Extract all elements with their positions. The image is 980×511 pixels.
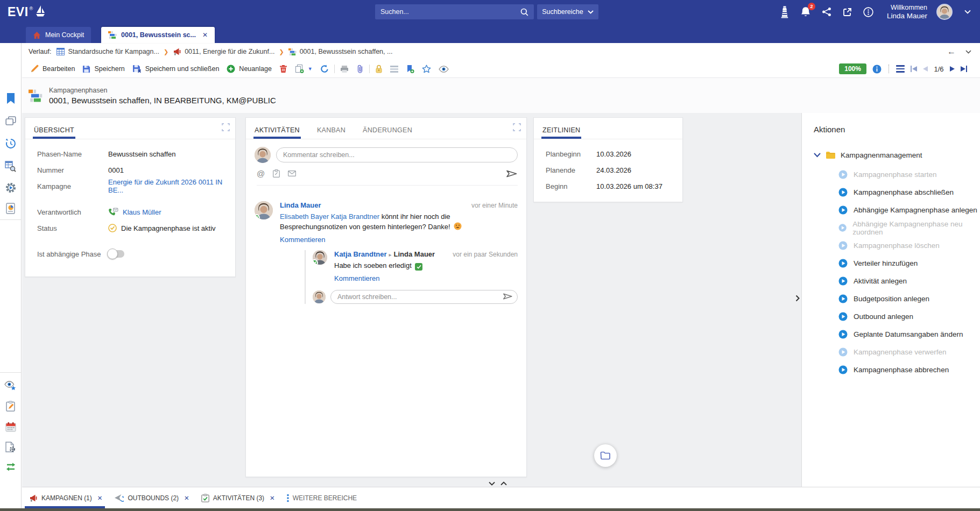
action-item[interactable]: Kampagnenphase abbrechen [802,361,980,379]
action-item[interactable]: Abhängige Kampagnenphase anlegen [802,201,980,219]
first-page-button[interactable] [911,66,918,72]
next-page-button[interactable] [950,66,955,72]
user-menu-chevron-icon[interactable] [962,5,974,18]
tab-zeitlinien[interactable]: ZEITLINIEN [541,126,581,139]
bottom-tab-outbounds[interactable]: OUTBOUNDS (2) ✕ [109,487,196,508]
reply-input[interactable] [330,290,518,304]
delete-button[interactable] [276,62,291,76]
bell-icon[interactable]: 2 [800,5,812,18]
sidebar-item-windows[interactable] [0,111,21,131]
lock-button[interactable] [371,62,386,76]
sidebar-item-sync[interactable] [0,457,21,477]
bottom-tab-aktivitaeten[interactable]: AKTIVITÄTEN (3) ✕ [196,487,282,508]
tab-mein-cockpit[interactable]: Mein Cockpit [26,27,91,43]
info-icon[interactable] [872,65,882,74]
save-button[interactable]: Speichern [79,62,128,76]
sidebar-item-history[interactable] [0,133,21,154]
mail-icon[interactable] [288,171,296,176]
lighthouse-icon[interactable] [779,5,791,18]
send-icon[interactable] [506,169,518,178]
sidebar-item-notes[interactable] [0,396,21,416]
tab-kanban[interactable]: KANBAN [316,126,347,139]
new-record-button[interactable]: Neuanlage [223,62,275,76]
sidebar-item-document-settings[interactable] [0,437,21,457]
action-item: Kampagnenphase starten [802,166,980,183]
breadcrumb-item-phase[interactable]: 0001, Bewusstsein schaffen, ... [288,48,393,56]
bottom-tab-kampagnen[interactable]: KAMPAGNEN (1) ✕ [24,487,109,508]
lock-icon [375,65,383,73]
sidebar-item-watchlist[interactable] [0,375,21,396]
tab-record-active[interactable]: 0001, Bewusstsein sc... ✕ [101,27,215,43]
edit-button[interactable]: Bearbeiten [26,62,79,76]
avatar [313,250,327,265]
open-in-new-icon[interactable] [842,5,854,18]
chevron-down-icon [814,153,821,158]
expand-bottom-chevron[interactable] [499,480,509,487]
tab-aktivitaeten[interactable]: AKTIVITÄTEN [253,126,301,139]
bookmark-add-button[interactable] [402,62,418,76]
action-item[interactable]: Geplante Datumsangaben ändern [802,325,980,343]
note-icon[interactable] [273,169,280,178]
tab-aenderungen[interactable]: ÄNDERUNGEN [362,126,413,139]
dashboard-folder-button[interactable] [594,444,617,467]
expand-panel-icon[interactable] [222,123,230,131]
mention-links[interactable]: Elisabeth Bayer Katja Brandtner [280,212,379,221]
list-button[interactable] [386,62,402,76]
close-tab-icon[interactable]: ✕ [184,494,189,502]
responsible-link[interactable]: Klaus Müller [123,208,161,216]
search-scope-button[interactable]: Suchbereiche [537,4,598,19]
action-item[interactable]: Aktivität anlegen [802,272,980,290]
previous-page-button[interactable] [923,66,928,72]
action-item[interactable]: Budgetposition anlegen [802,290,980,308]
close-tab-icon[interactable]: ✕ [270,494,275,502]
sidebar-item-calendar[interactable] [0,416,21,437]
campaign-link[interactable]: Energie für die Zukunft 2026 0011 IN BE.… [108,178,235,194]
search-icon[interactable] [520,8,528,16]
refresh-button[interactable] [316,62,333,76]
evi-logo[interactable]: EVI ® [8,5,45,19]
tab-uebersicht[interactable]: ÜBERSICHT [33,126,75,139]
nav-menu-chevron-icon[interactable] [965,50,971,54]
breadcrumb-item-search[interactable]: Standardsuche für Kampagn... [57,48,159,55]
collapse-bottom-chevron[interactable] [487,480,497,487]
send-icon[interactable] [503,293,513,300]
global-search [375,4,534,19]
expand-panel-icon[interactable] [513,123,521,131]
nav-back-icon[interactable]: ← [947,47,956,56]
kebab-circle-icon[interactable] [863,5,875,18]
close-tab-icon[interactable]: ✕ [202,31,208,39]
sidebar-item-search-data[interactable] [0,156,21,176]
attachment-button[interactable] [352,62,368,76]
action-item[interactable]: Kampagnenphase abschließen [802,183,980,201]
action-item[interactable]: Outbound anlegen [802,308,980,325]
breadcrumb-item-campaign[interactable]: 0011, Energie für die Zukunf... [173,47,274,56]
record-type-label: Kampagnenphasen [49,87,276,94]
favorite-button[interactable] [418,62,435,76]
visibility-button[interactable] [435,62,453,76]
duplicate-button[interactable]: ▼ [291,62,316,76]
comment-action-link[interactable]: Kommentieren [334,274,380,282]
avatar[interactable] [936,4,953,20]
sidebar-item-bookmarks[interactable] [0,88,21,109]
print-button[interactable] [336,62,352,76]
status-active-icon [108,224,117,232]
last-page-button[interactable] [961,66,968,72]
actions-group[interactable]: Kampagnenmanagement [814,151,980,159]
sidebar-item-reports[interactable] [0,198,21,218]
breadcrumb: Verlauf: Standardsuche für Kampagn... ❯ … [22,43,980,60]
dependent-phase-toggle[interactable] [108,250,124,258]
comment-author-link[interactable]: Linda Mauer [280,201,321,209]
comment-input[interactable] [276,147,518,162]
close-tab-icon[interactable]: ✕ [97,494,103,502]
at-mention-icon[interactable]: @ [257,169,265,178]
menu-icon[interactable] [896,65,905,73]
share-icon[interactable] [821,5,833,18]
bottom-tab-weitere-bereiche[interactable]: WEITERE BEREICHE [282,487,364,508]
play-circle-icon [838,330,848,339]
comment-author-link[interactable]: Katja Brandtner [334,250,387,258]
sidebar-item-processes[interactable] [0,178,21,198]
action-item[interactable]: Verteiler hinzufügen [802,254,980,272]
comment-action-link[interactable]: Kommentieren [280,236,326,244]
save-close-button[interactable]: Speichern und schließen [129,62,223,76]
search-input[interactable] [380,8,520,16]
